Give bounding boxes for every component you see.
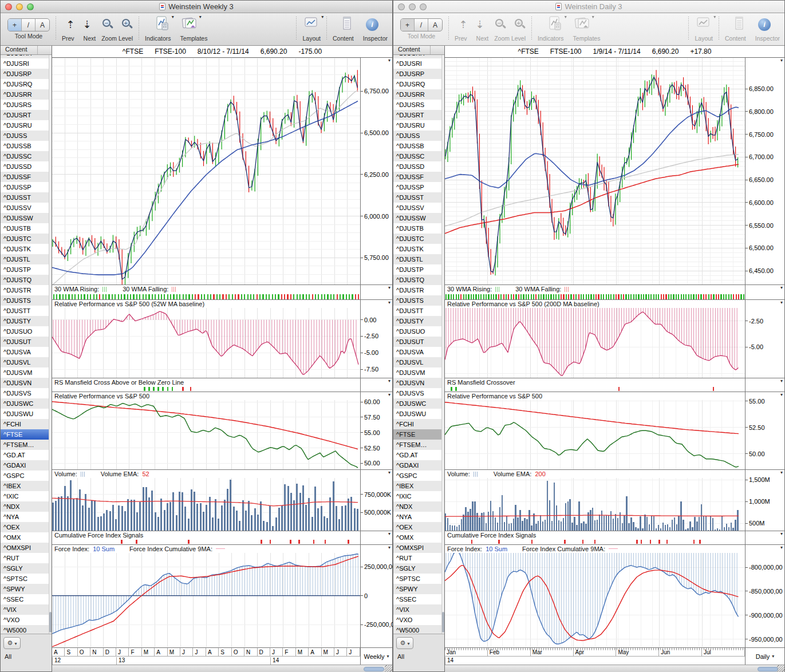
- sidebar-item-oex[interactable]: ^OEX: [393, 522, 444, 532]
- sidebar-item-ftsem[interactable]: ^FTSEM…: [1, 440, 52, 450]
- sidebar-item-djuswu[interactable]: ^DJUSWU: [1, 409, 52, 419]
- content-icon[interactable]: [342, 16, 352, 33]
- sidebar-item-djuss[interactable]: ^DJUSS: [1, 131, 52, 141]
- sidebar-item-spwy[interactable]: ^SPWY: [393, 584, 444, 594]
- sidebar-item-djusvs[interactable]: ^DJUSVS: [393, 388, 444, 398]
- sidebar-item-gspc[interactable]: ^GSPC: [393, 471, 444, 481]
- panel-menu-arrow-icon[interactable]: ▾: [780, 470, 783, 476]
- sidebar-item-ftsem[interactable]: ^FTSEM…: [393, 440, 444, 450]
- sidebar-item-djuswu[interactable]: ^DJUSWU: [393, 409, 444, 419]
- sidebar-item-sptsc[interactable]: ^SPTSC: [1, 574, 52, 584]
- content-icon[interactable]: [734, 16, 744, 33]
- sidebar-item-vix[interactable]: ^VIX: [393, 604, 444, 615]
- resize-grip[interactable]: [385, 665, 392, 672]
- horizontal-scroll-thumb[interactable]: [364, 667, 384, 671]
- sidebar-item-djussp[interactable]: ^DJUSSP: [393, 182, 444, 192]
- sidebar-scrollbar[interactable]: [441, 55, 444, 634]
- sidebar-item-djusrp[interactable]: ^DJUSRP: [393, 69, 444, 79]
- sidebar-item-vxo[interactable]: ^VXO: [393, 615, 444, 625]
- panel-menu-arrow-icon[interactable]: ▾: [388, 378, 390, 384]
- prev-button[interactable]: ⇡: [459, 19, 468, 30]
- sidebar-item-djuswc[interactable]: ^DJUSWC: [1, 398, 52, 409]
- sidebar-item-nya[interactable]: ^NYA: [393, 512, 444, 522]
- sidebar-item-djusva[interactable]: ^DJUSVA: [393, 347, 444, 357]
- period-dropdown[interactable]: Daily ▾: [745, 648, 784, 665]
- panel-menu-arrow-icon[interactable]: ▾: [780, 378, 783, 384]
- sidebar-item-djusrs[interactable]: ^DJUSRS: [1, 100, 52, 110]
- layout-icon[interactable]: ▾: [303, 16, 319, 33]
- next-button[interactable]: ⇣: [83, 19, 92, 30]
- sidebar-item-djussp[interactable]: ^DJUSSP: [1, 182, 52, 192]
- sidebar-scroll-thumb[interactable]: [49, 612, 52, 633]
- sidebar-item-omx[interactable]: ^OMX: [393, 532, 444, 543]
- sidebar-scroll-thumb[interactable]: [442, 612, 444, 633]
- sidebar-item-fchi[interactable]: ^FCHI: [1, 419, 52, 429]
- sidebar-item-sptsc[interactable]: ^SPTSC: [393, 574, 444, 584]
- sidebar-item-ssec[interactable]: ^SSEC: [1, 594, 52, 604]
- sidebar-item-djusty[interactable]: ^DJUSTY: [1, 316, 52, 326]
- sidebar-item-djussb[interactable]: ^DJUSSB: [1, 141, 52, 151]
- sidebar-item-ixic[interactable]: ^IXIC: [1, 491, 52, 501]
- sidebar-item-ibex[interactable]: ^IBEX: [393, 481, 444, 491]
- sidebar-item-djustk[interactable]: ^DJUSTK: [1, 244, 52, 254]
- sidebar-item-djusut[interactable]: ^DJUSUT: [393, 337, 444, 347]
- sidebar-item-omxspi[interactable]: ^OMXSPI: [1, 543, 52, 553]
- sidebar-item-djustq[interactable]: ^DJUSTQ: [1, 275, 52, 285]
- sidebar-item-djusst[interactable]: ^DJUSST: [393, 192, 444, 203]
- indicators-icon[interactable]: ▾: [548, 16, 563, 33]
- sidebar-item-djussv[interactable]: ^DJUSSV: [1, 203, 52, 213]
- sidebar-item-rut[interactable]: ^RUT: [1, 553, 52, 563]
- sidebar-item-djusuo[interactable]: ^DJUSUO: [1, 326, 52, 337]
- sidebar-item-djusvl[interactable]: ^DJUSVL: [1, 357, 52, 367]
- sidebar-item-djussc[interactable]: ^DJUSSC: [1, 151, 52, 161]
- sidebar-item-gdat[interactable]: ^GD.AT: [393, 450, 444, 460]
- sidebar-header[interactable]: Content: [1, 46, 52, 55]
- sidebar-item-gdaxi[interactable]: ^GDAXI: [1, 460, 52, 471]
- sidebar-item-djusst[interactable]: ^DJUSST: [1, 192, 52, 203]
- panel-menu-arrow-icon[interactable]: ▾: [780, 58, 783, 64]
- sidebar-item-oex[interactable]: ^OEX: [1, 522, 52, 532]
- sidebar-header[interactable]: Content: [393, 46, 444, 55]
- titlebar[interactable]: Weinstein Weekly 3: [1, 1, 392, 13]
- prev-button[interactable]: ⇡: [66, 19, 75, 30]
- sidebar-item-djussd[interactable]: ^DJUSSD: [1, 161, 52, 172]
- sidebar-item-djusvn[interactable]: ^DJUSVN: [393, 378, 444, 388]
- sidebar-item-djussv[interactable]: ^DJUSSV: [393, 203, 444, 213]
- sidebar-item-djusrp[interactable]: ^DJUSRP: [1, 69, 52, 79]
- sidebar-item-gdat[interactable]: ^GD.AT: [1, 450, 52, 460]
- sidebar-item-djustp[interactable]: ^DJUSTP: [1, 264, 52, 275]
- sidebar-scrollbar[interactable]: [49, 55, 52, 634]
- sidebar-item-djustr[interactable]: ^DJUSTR: [1, 285, 52, 295]
- sidebar-item-djustr[interactable]: ^DJUSTR: [393, 285, 444, 295]
- sidebar-item-djusvm[interactable]: ^DJUSVM: [393, 367, 444, 378]
- zoom-out-icon[interactable]: −: [495, 19, 506, 30]
- sidebar-item-djustb[interactable]: ^DJUSTB: [393, 223, 444, 234]
- sidebar-item-sgly[interactable]: ^SGLY: [1, 563, 52, 574]
- layout-icon[interactable]: ▾: [696, 16, 712, 33]
- indicators-icon[interactable]: ▾: [155, 16, 170, 33]
- sidebar-item-omxspi[interactable]: ^OMXSPI: [393, 543, 444, 553]
- gear-button[interactable]: ⚙ ▾: [396, 637, 413, 649]
- sidebar-item-djustb[interactable]: ^DJUSTB: [1, 223, 52, 234]
- sidebar-item-djustq[interactable]: ^DJUSTQ: [393, 275, 444, 285]
- titlebar[interactable]: Weinstein Daily 3: [393, 1, 784, 13]
- templates-icon[interactable]: ▾: [182, 16, 198, 33]
- close-button[interactable]: [5, 3, 12, 10]
- sidebar-item-djusrr[interactable]: ^DJUSRR: [1, 89, 52, 100]
- sidebar-item-djusvn[interactable]: ^DJUSVN: [1, 378, 52, 388]
- sidebar-item-ssec[interactable]: ^SSEC: [393, 594, 444, 604]
- text-tool-button[interactable]: A: [428, 19, 442, 31]
- sidebar-item-djussd[interactable]: ^DJUSSD: [393, 161, 444, 172]
- sidebar-item-djusrt[interactable]: ^DJUSRT: [393, 110, 444, 120]
- sidebar-item-djussw[interactable]: ^DJUSSW: [393, 213, 444, 223]
- sidebar-item-djusva[interactable]: ^DJUSVA: [1, 347, 52, 357]
- sidebar-item-w5000[interactable]: ^W5000: [393, 625, 444, 634]
- period-dropdown[interactable]: Weekly ▾: [360, 648, 392, 665]
- sidebar-item-djusvm[interactable]: ^DJUSVM: [1, 367, 52, 378]
- sidebar-item-djusut[interactable]: ^DJUSUT: [1, 337, 52, 347]
- sidebar-item-sgly[interactable]: ^SGLY: [393, 563, 444, 574]
- sidebar-item-djusri[interactable]: ^DJUSRI: [393, 58, 444, 69]
- sidebar-item-djusrq[interactable]: ^DJUSRQ: [1, 79, 52, 89]
- sidebar-item-ftse[interactable]: ^FTSE: [1, 429, 52, 440]
- sidebar-item-djusru[interactable]: ^DJUSRU: [393, 120, 444, 131]
